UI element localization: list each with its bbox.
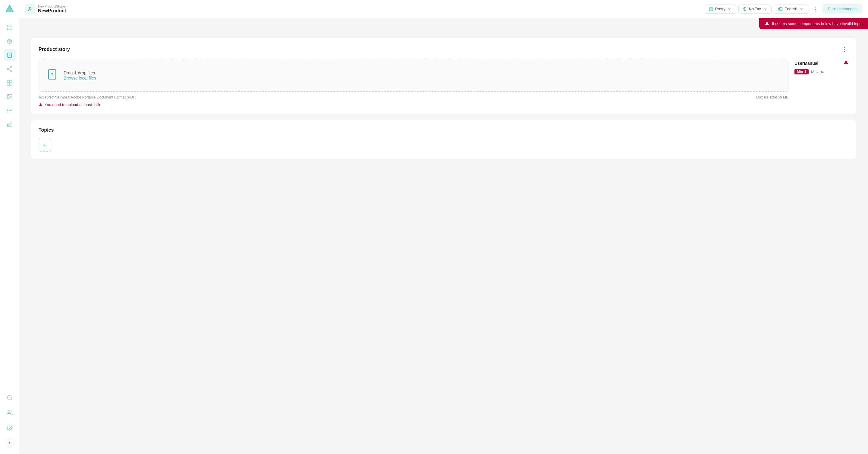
pretty-label: Pretty bbox=[715, 7, 725, 11]
accepted-label: Accepted file types: bbox=[38, 95, 70, 99]
sidebar-item-users[interactable] bbox=[4, 407, 16, 419]
svg-point-31 bbox=[7, 110, 8, 111]
sidebar-item-media[interactable] bbox=[4, 91, 16, 103]
product-story-title: Product story bbox=[38, 47, 70, 52]
product-story-header: Product story ⋮ bbox=[38, 45, 849, 54]
field-constraints: Min 1 Max ∞ bbox=[795, 69, 824, 74]
header-left: NewProductShape NewProduct bbox=[25, 4, 66, 14]
publish-button[interactable]: Publish changes bbox=[823, 4, 862, 13]
svg-rect-2 bbox=[7, 25, 9, 27]
add-topic-icon: + bbox=[43, 141, 47, 149]
svg-line-19 bbox=[9, 69, 10, 70]
error-banner-icon bbox=[765, 21, 770, 26]
sidebar-item-connections[interactable] bbox=[4, 63, 16, 75]
sidebar bbox=[0, 0, 19, 454]
max-value: ∞ bbox=[821, 70, 824, 74]
upload-constraints-panel: UserManual Min 1 bbox=[795, 60, 849, 74]
language-dropdown[interactable]: English bbox=[774, 4, 808, 13]
svg-point-40 bbox=[29, 7, 31, 9]
svg-point-36 bbox=[7, 395, 11, 399]
page-content: Product story ⋮ bbox=[19, 29, 868, 174]
content-area: It seems some components below have inva… bbox=[19, 18, 868, 454]
svg-rect-34 bbox=[9, 123, 10, 127]
sidebar-item-search[interactable] bbox=[4, 392, 16, 404]
language-label: English bbox=[784, 7, 798, 11]
error-banner-text: It seems some components below have inva… bbox=[772, 22, 863, 26]
tax-dropdown[interactable]: No Tax bbox=[738, 4, 772, 13]
svg-point-39 bbox=[9, 427, 10, 429]
svg-rect-4 bbox=[7, 28, 9, 30]
app-logo[interactable] bbox=[4, 4, 15, 14]
min-badge: Min 1 bbox=[795, 69, 809, 74]
topics-header: Topics bbox=[38, 127, 849, 133]
svg-point-32 bbox=[7, 112, 8, 112]
sidebar-item-settings[interactable] bbox=[4, 422, 16, 434]
header-title: NewProduct bbox=[38, 8, 66, 13]
min-value: 1 bbox=[804, 70, 807, 74]
upload-error-message: You need to upload at least 1 file bbox=[38, 102, 788, 107]
accepted-types: Accepted file types: Adobe Portable Docu… bbox=[38, 95, 136, 99]
min-label: Min bbox=[797, 70, 803, 74]
header-subtitle: NewProductShape bbox=[38, 4, 66, 8]
language-chevron-icon bbox=[799, 7, 804, 11]
svg-rect-35 bbox=[11, 122, 12, 127]
max-label: Max bbox=[811, 70, 818, 74]
add-topic-button[interactable]: + bbox=[38, 139, 51, 152]
svg-rect-23 bbox=[7, 83, 9, 86]
field-label: UserManual bbox=[795, 61, 818, 66]
accepted-value: Adobe Portable Document Format (PDF) bbox=[71, 95, 136, 99]
product-story-menu-button[interactable]: ⋮ bbox=[840, 45, 849, 54]
svg-rect-21 bbox=[7, 80, 9, 83]
sidebar-item-lists[interactable] bbox=[4, 104, 16, 117]
header: NewProductShape NewProduct Pretty No Tax bbox=[19, 0, 868, 18]
upload-zone[interactable]: Drag & drop files Browse local files bbox=[38, 60, 788, 92]
error-text: You need to upload at least 1 file bbox=[44, 102, 101, 107]
svg-point-46 bbox=[767, 24, 767, 25]
tax-icon bbox=[742, 7, 747, 11]
tax-chevron-icon bbox=[763, 7, 768, 11]
upload-text-area: Drag & drop files Browse local files bbox=[64, 70, 96, 81]
sidebar-item-analytics[interactable] bbox=[4, 119, 16, 130]
upload-left: Drag & drop files Browse local files Acc… bbox=[38, 60, 788, 107]
sidebar-collapse-button[interactable] bbox=[5, 438, 14, 448]
drag-drop-text: Drag & drop files bbox=[64, 70, 96, 75]
topics-title: Topics bbox=[38, 127, 54, 133]
topics-section: Topics + bbox=[31, 120, 856, 159]
sidebar-item-content[interactable] bbox=[4, 49, 16, 61]
field-error-icon bbox=[843, 60, 849, 65]
header-right: Pretty No Tax Engl bbox=[705, 4, 862, 14]
field-label-row: UserManual bbox=[795, 60, 849, 67]
more-options-button[interactable]: ⋮ bbox=[810, 4, 820, 14]
browse-files-link[interactable]: Browse local files bbox=[64, 76, 96, 80]
pretty-icon bbox=[709, 7, 713, 11]
svg-marker-49 bbox=[39, 103, 42, 106]
svg-line-37 bbox=[10, 399, 12, 400]
pretty-chevron-icon bbox=[727, 7, 732, 11]
sidebar-item-components[interactable] bbox=[4, 77, 16, 89]
header-title-group: NewProductShape NewProduct bbox=[38, 4, 66, 13]
upload-meta: Accepted file types: Adobe Portable Docu… bbox=[38, 95, 788, 99]
pretty-dropdown[interactable]: Pretty bbox=[705, 4, 736, 13]
sidebar-item-targeting[interactable] bbox=[4, 35, 16, 47]
svg-rect-22 bbox=[10, 80, 12, 83]
main-area: NewProductShape NewProduct Pretty No Tax bbox=[19, 0, 868, 454]
svg-point-18 bbox=[10, 70, 12, 71]
upload-area-wrapper: Drag & drop files Browse local files Acc… bbox=[38, 60, 849, 107]
sidebar-item-dashboard[interactable] bbox=[4, 22, 16, 33]
svg-point-30 bbox=[7, 109, 8, 109]
svg-rect-24 bbox=[10, 83, 12, 86]
field-error-indicator bbox=[843, 60, 849, 67]
product-story-section: Product story ⋮ bbox=[31, 38, 856, 114]
upload-file-icon bbox=[48, 69, 59, 82]
svg-rect-33 bbox=[7, 124, 8, 127]
max-size: Max file size: 50 MB bbox=[756, 95, 788, 99]
svg-point-7 bbox=[8, 40, 10, 42]
svg-point-17 bbox=[7, 68, 9, 70]
svg-point-26 bbox=[8, 96, 9, 96]
svg-point-38 bbox=[8, 411, 10, 413]
svg-rect-5 bbox=[10, 28, 12, 30]
svg-marker-50 bbox=[844, 60, 848, 64]
error-banner: It seems some components below have inva… bbox=[19, 18, 868, 29]
error-triangle-icon bbox=[38, 103, 43, 107]
svg-rect-3 bbox=[10, 25, 12, 27]
